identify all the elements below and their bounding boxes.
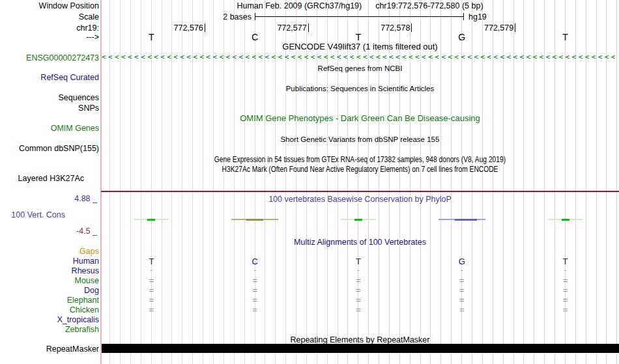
phylop-mark-core <box>562 219 569 221</box>
alignment-dash-mark: - <box>449 266 475 275</box>
window-coordinates: chr19:772,576-772,580 (5 bp) <box>375 1 483 10</box>
omim-track-label[interactable]: OMIM Genes <box>0 124 99 133</box>
sequence-base: G <box>449 32 475 42</box>
ruler-tick-mark <box>515 23 515 32</box>
species-label-chicken[interactable]: Chicken <box>0 305 99 315</box>
alignment-equals-mark: = <box>553 285 579 295</box>
gene-strand-arrows[interactable]: <<<<<<<<<<<<<<<<<<<<<<<<<<<<<<<<<<<<<<<<… <box>102 53 618 61</box>
phylop-mark-core <box>246 219 263 221</box>
species-label-dog[interactable]: Dog <box>0 286 99 295</box>
sequence-base: T <box>345 32 371 42</box>
scale-label: Scale <box>0 12 99 21</box>
scale-bar-left-tick <box>255 13 255 20</box>
alignment-equals-mark: = <box>553 295 579 305</box>
gencode-track-title[interactable]: GENCODE V49lift37 (1 items filtered out) <box>101 42 619 51</box>
phylop-track-top-border <box>101 191 619 192</box>
alignment-dash-mark: - <box>553 266 579 275</box>
alignment-dash-mark: - <box>242 266 268 275</box>
alignment-equals-mark: = <box>449 285 475 295</box>
ruler-tick-label: 772,578 <box>354 23 410 33</box>
h3k27ac-track-label[interactable]: Layered H3K27Ac <box>0 174 84 183</box>
sequence-base: T <box>553 32 579 42</box>
aligned-base: T <box>138 257 164 266</box>
publications-track-title[interactable]: Publications: Sequences in Scientific Ar… <box>101 84 619 93</box>
aligned-base: G <box>449 257 475 266</box>
aligned-base: T <box>553 257 579 266</box>
ruler-tick-label: 772,576 <box>148 23 203 33</box>
ruler-tick-label: 772,579 <box>458 23 513 33</box>
assembly-name: Human Feb. 2009 (GRCh37/hg19) <box>237 1 362 10</box>
ruler-tick-mark <box>308 23 309 32</box>
ruler-tick-mark <box>205 23 205 32</box>
alignment-equals-mark: = <box>138 275 164 285</box>
species-label-rhesus[interactable]: Rhesus <box>0 266 99 275</box>
chromosome-label: chr19: <box>0 23 99 33</box>
sequence-base: T <box>138 32 164 42</box>
alignment-equals-mark: = <box>449 295 475 305</box>
omim-track-title[interactable]: OMIM Gene Phenotypes - Dark Green Can Be… <box>101 114 619 123</box>
alignment-equals-mark: = <box>242 275 268 285</box>
aligned-base: T <box>345 257 371 266</box>
ruler-tick-mark <box>411 23 412 32</box>
multiz-track-title[interactable]: Multiz Alignments of 100 Vertebrates <box>101 238 619 247</box>
phylop-mark-core <box>147 219 155 221</box>
phylop-axis-min: -4.5 _ <box>0 227 97 236</box>
species-label-zebrafish[interactable]: Zebrafish <box>0 325 99 334</box>
sequence-base: C <box>242 32 268 42</box>
species-label-gaps[interactable]: Gaps <box>0 247 99 256</box>
h3k27ac-track-title[interactable]: H3K27Ac Mark (Often Found Near Active Re… <box>148 165 573 174</box>
phylop-axis-max: 4.88 _ <box>0 194 97 203</box>
aligned-base: C <box>242 257 268 266</box>
publications-track-label-line2[interactable]: SNPs <box>0 104 99 113</box>
alignment-equals-mark: = <box>242 295 268 305</box>
alignment-equals-mark: = <box>242 285 268 295</box>
alignment-equals-mark: = <box>449 305 475 315</box>
scale-bar <box>255 16 463 17</box>
phylop-track-label[interactable]: 100 Vert. Cons <box>0 210 65 219</box>
repeatmasker-element-bar[interactable] <box>102 344 619 353</box>
alignment-equals-mark: = <box>345 295 371 305</box>
phylop-mark-core <box>354 219 362 221</box>
alignment-equals-mark: = <box>345 305 371 315</box>
publications-track-label-line1[interactable]: Sequences <box>0 93 99 102</box>
refseq-track-label[interactable]: RefSeq Curated <box>0 73 99 82</box>
dbsnp-track-title[interactable]: Short Genetic Variants from dbSNP releas… <box>101 135 619 144</box>
alignment-dash-mark: - <box>138 266 164 275</box>
species-label-x_tropicalis[interactable]: X_tropicalis <box>0 315 99 324</box>
strand-direction-label: ---> <box>0 33 99 42</box>
species-label-human[interactable]: Human <box>0 257 99 266</box>
alignment-equals-mark: = <box>449 275 475 285</box>
species-label-elephant[interactable]: Elephant <box>0 296 99 305</box>
alignment-equals-mark: = <box>138 285 164 295</box>
species-label-mouse[interactable]: Mouse <box>0 276 99 285</box>
alignment-equals-mark: = <box>345 275 371 285</box>
alignment-equals-mark: = <box>553 275 579 285</box>
gencode-gene-id-label[interactable]: ENSG00000272473 <box>0 53 99 63</box>
alignment-dash-mark: - <box>345 266 371 275</box>
assembly-short-label: hg19 <box>468 12 487 21</box>
scale-bar-right-tick <box>463 13 464 20</box>
alignment-equals-mark: = <box>553 305 579 315</box>
repeatmasker-track-label[interactable]: RepeatMasker <box>0 344 99 354</box>
alignment-equals-mark: = <box>138 305 164 315</box>
genome-browser-view: Window Position Scale chr19: ---> ENSG00… <box>0 0 619 364</box>
window-position-title: Human Feb. 2009 (GRCh37/hg19) chr19:772,… <box>101 1 619 10</box>
refseq-track-title[interactable]: RefSeq genes from NCBI <box>101 64 619 73</box>
window-position-label: Window Position <box>0 1 99 10</box>
phylop-mark-core <box>455 219 477 221</box>
scale-value: 2 bases <box>186 12 252 21</box>
repeatmasker-track-title[interactable]: Repeating Elements by RepeatMasker <box>101 335 619 344</box>
alignment-equals-mark: = <box>138 295 164 305</box>
ruler-tick-label: 772,577 <box>252 23 307 33</box>
dbsnp-track-label[interactable]: Common dbSNP(155) <box>0 144 99 153</box>
gtex-track-title[interactable]: Gene Expression in 54 tissues from GTEx … <box>148 155 573 164</box>
alignment-equals-mark: = <box>242 305 268 315</box>
alignment-equals-mark: = <box>345 285 371 295</box>
phylop-track-title[interactable]: 100 vertebrates Basewise Conservation by… <box>101 195 619 204</box>
